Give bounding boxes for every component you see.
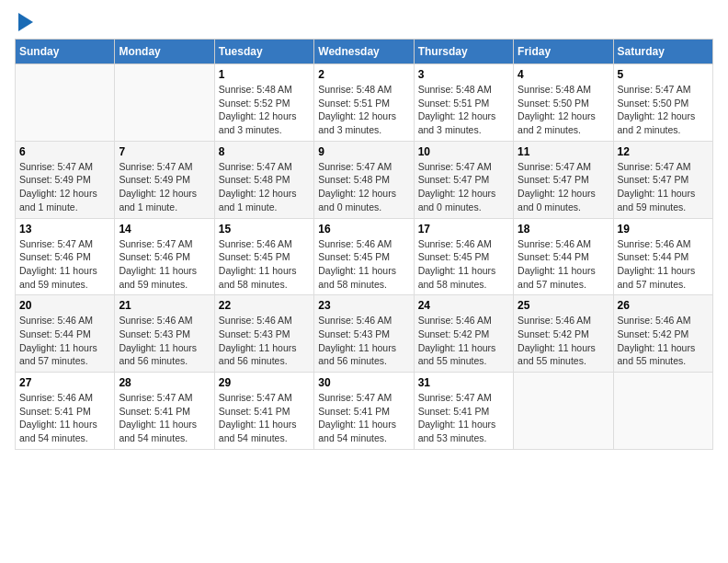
day-number: 4 <box>518 68 609 81</box>
weekday-header-tuesday: Tuesday <box>214 40 313 64</box>
calendar-week-row: 20Sunrise: 5:46 AM Sunset: 5:44 PM Dayli… <box>16 295 713 373</box>
day-info: Sunrise: 5:46 AM Sunset: 5:44 PM Dayligh… <box>618 237 709 292</box>
day-info: Sunrise: 5:47 AM Sunset: 5:46 PM Dayligh… <box>19 237 110 292</box>
day-number: 30 <box>318 376 409 389</box>
calendar-cell: 18Sunrise: 5:46 AM Sunset: 5:44 PM Dayli… <box>514 218 613 295</box>
calendar-cell: 9Sunrise: 5:47 AM Sunset: 5:48 PM Daylig… <box>314 141 414 218</box>
day-info: Sunrise: 5:48 AM Sunset: 5:51 PM Dayligh… <box>418 83 509 137</box>
calendar-cell: 14Sunrise: 5:47 AM Sunset: 5:46 PM Dayli… <box>115 218 214 295</box>
day-number: 21 <box>119 299 210 312</box>
calendar-cell: 26Sunrise: 5:46 AM Sunset: 5:42 PM Dayli… <box>613 295 712 373</box>
calendar-table: SundayMondayTuesdayWednesdayThursdayFrid… <box>15 39 713 450</box>
day-number: 23 <box>318 299 409 312</box>
day-info: Sunrise: 5:47 AM Sunset: 5:41 PM Dayligh… <box>318 391 409 445</box>
day-number: 26 <box>618 299 709 312</box>
calendar-cell: 28Sunrise: 5:47 AM Sunset: 5:41 PM Dayli… <box>115 373 214 450</box>
day-info: Sunrise: 5:47 AM Sunset: 5:47 PM Dayligh… <box>518 160 609 214</box>
calendar-cell: 20Sunrise: 5:46 AM Sunset: 5:44 PM Dayli… <box>16 295 115 373</box>
day-info: Sunrise: 5:46 AM Sunset: 5:42 PM Dayligh… <box>518 314 609 368</box>
weekday-header-sunday: Sunday <box>16 40 115 64</box>
calendar-cell: 4Sunrise: 5:48 AM Sunset: 5:50 PM Daylig… <box>514 64 613 142</box>
calendar-cell: 22Sunrise: 5:46 AM Sunset: 5:43 PM Dayli… <box>214 295 313 373</box>
day-number: 1 <box>219 68 310 81</box>
day-info: Sunrise: 5:47 AM Sunset: 5:49 PM Dayligh… <box>119 160 210 214</box>
day-info: Sunrise: 5:48 AM Sunset: 5:51 PM Dayligh… <box>318 83 409 137</box>
calendar-cell: 25Sunrise: 5:46 AM Sunset: 5:42 PM Dayli… <box>514 295 613 373</box>
day-number: 20 <box>19 299 110 312</box>
day-info: Sunrise: 5:46 AM Sunset: 5:45 PM Dayligh… <box>318 237 409 292</box>
day-info: Sunrise: 5:46 AM Sunset: 5:45 PM Dayligh… <box>219 237 310 292</box>
calendar-cell: 19Sunrise: 5:46 AM Sunset: 5:44 PM Dayli… <box>613 218 712 295</box>
calendar-week-row: 1Sunrise: 5:48 AM Sunset: 5:52 PM Daylig… <box>16 64 713 142</box>
calendar-cell <box>115 64 214 142</box>
calendar-cell: 5Sunrise: 5:47 AM Sunset: 5:50 PM Daylig… <box>613 64 712 142</box>
day-info: Sunrise: 5:48 AM Sunset: 5:50 PM Dayligh… <box>518 83 609 137</box>
day-info: Sunrise: 5:47 AM Sunset: 5:48 PM Dayligh… <box>318 160 409 214</box>
calendar-cell: 21Sunrise: 5:46 AM Sunset: 5:43 PM Dayli… <box>115 295 214 373</box>
calendar-cell <box>16 64 115 142</box>
day-number: 19 <box>618 223 709 236</box>
calendar-cell: 7Sunrise: 5:47 AM Sunset: 5:49 PM Daylig… <box>115 141 214 218</box>
day-info: Sunrise: 5:47 AM Sunset: 5:49 PM Dayligh… <box>19 160 110 214</box>
day-number: 9 <box>318 145 409 158</box>
calendar-week-row: 6Sunrise: 5:47 AM Sunset: 5:49 PM Daylig… <box>16 141 713 218</box>
day-number: 3 <box>418 68 509 81</box>
calendar-cell: 15Sunrise: 5:46 AM Sunset: 5:45 PM Dayli… <box>214 218 313 295</box>
calendar-cell: 8Sunrise: 5:47 AM Sunset: 5:48 PM Daylig… <box>214 141 313 218</box>
day-number: 16 <box>318 223 409 236</box>
day-info: Sunrise: 5:46 AM Sunset: 5:44 PM Dayligh… <box>518 237 609 292</box>
day-number: 24 <box>418 299 509 312</box>
day-number: 18 <box>518 223 609 236</box>
day-number: 14 <box>119 223 210 236</box>
calendar-cell: 6Sunrise: 5:47 AM Sunset: 5:49 PM Daylig… <box>16 141 115 218</box>
calendar-body: 1Sunrise: 5:48 AM Sunset: 5:52 PM Daylig… <box>16 64 713 450</box>
day-info: Sunrise: 5:47 AM Sunset: 5:46 PM Dayligh… <box>119 237 210 292</box>
day-info: Sunrise: 5:46 AM Sunset: 5:42 PM Dayligh… <box>618 314 709 368</box>
day-info: Sunrise: 5:47 AM Sunset: 5:48 PM Dayligh… <box>219 160 310 214</box>
day-number: 15 <box>219 223 310 236</box>
day-number: 31 <box>418 376 509 389</box>
day-number: 27 <box>19 376 110 389</box>
day-number: 25 <box>518 299 609 312</box>
calendar-cell: 17Sunrise: 5:46 AM Sunset: 5:45 PM Dayli… <box>414 218 513 295</box>
calendar-cell: 31Sunrise: 5:47 AM Sunset: 5:41 PM Dayli… <box>414 373 513 450</box>
page-header <box>15 15 713 31</box>
calendar-cell: 3Sunrise: 5:48 AM Sunset: 5:51 PM Daylig… <box>414 64 513 142</box>
day-info: Sunrise: 5:47 AM Sunset: 5:41 PM Dayligh… <box>119 391 210 445</box>
calendar-cell: 1Sunrise: 5:48 AM Sunset: 5:52 PM Daylig… <box>214 64 313 142</box>
day-info: Sunrise: 5:47 AM Sunset: 5:47 PM Dayligh… <box>418 160 509 214</box>
weekday-header-saturday: Saturday <box>613 40 712 64</box>
weekday-header-monday: Monday <box>115 40 214 64</box>
calendar-cell <box>514 373 613 450</box>
calendar-cell: 23Sunrise: 5:46 AM Sunset: 5:43 PM Dayli… <box>314 295 414 373</box>
calendar-week-row: 27Sunrise: 5:46 AM Sunset: 5:41 PM Dayli… <box>16 373 713 450</box>
day-number: 6 <box>19 145 110 158</box>
day-info: Sunrise: 5:47 AM Sunset: 5:50 PM Dayligh… <box>618 83 709 137</box>
day-number: 8 <box>219 145 310 158</box>
day-info: Sunrise: 5:47 AM Sunset: 5:47 PM Dayligh… <box>618 160 709 214</box>
day-number: 7 <box>119 145 210 158</box>
calendar-cell: 27Sunrise: 5:46 AM Sunset: 5:41 PM Dayli… <box>16 373 115 450</box>
calendar-cell: 13Sunrise: 5:47 AM Sunset: 5:46 PM Dayli… <box>16 218 115 295</box>
day-number: 10 <box>418 145 509 158</box>
day-number: 5 <box>618 68 709 81</box>
day-info: Sunrise: 5:47 AM Sunset: 5:41 PM Dayligh… <box>418 391 509 445</box>
weekday-header-wednesday: Wednesday <box>314 40 414 64</box>
day-info: Sunrise: 5:46 AM Sunset: 5:43 PM Dayligh… <box>318 314 409 368</box>
calendar-cell: 16Sunrise: 5:46 AM Sunset: 5:45 PM Dayli… <box>314 218 414 295</box>
weekday-header-friday: Friday <box>514 40 613 64</box>
day-number: 11 <box>518 145 609 158</box>
calendar-cell: 12Sunrise: 5:47 AM Sunset: 5:47 PM Dayli… <box>613 141 712 218</box>
day-info: Sunrise: 5:47 AM Sunset: 5:41 PM Dayligh… <box>219 391 310 445</box>
calendar-cell: 11Sunrise: 5:47 AM Sunset: 5:47 PM Dayli… <box>514 141 613 218</box>
day-info: Sunrise: 5:46 AM Sunset: 5:44 PM Dayligh… <box>19 314 110 368</box>
day-info: Sunrise: 5:46 AM Sunset: 5:43 PM Dayligh… <box>119 314 210 368</box>
day-number: 29 <box>219 376 310 389</box>
logo-arrow-icon <box>18 13 33 31</box>
calendar-cell: 2Sunrise: 5:48 AM Sunset: 5:51 PM Daylig… <box>314 64 414 142</box>
calendar-cell: 29Sunrise: 5:47 AM Sunset: 5:41 PM Dayli… <box>214 373 313 450</box>
calendar-cell: 30Sunrise: 5:47 AM Sunset: 5:41 PM Dayli… <box>314 373 414 450</box>
calendar-cell: 10Sunrise: 5:47 AM Sunset: 5:47 PM Dayli… <box>414 141 513 218</box>
logo <box>15 15 33 31</box>
day-info: Sunrise: 5:46 AM Sunset: 5:43 PM Dayligh… <box>219 314 310 368</box>
